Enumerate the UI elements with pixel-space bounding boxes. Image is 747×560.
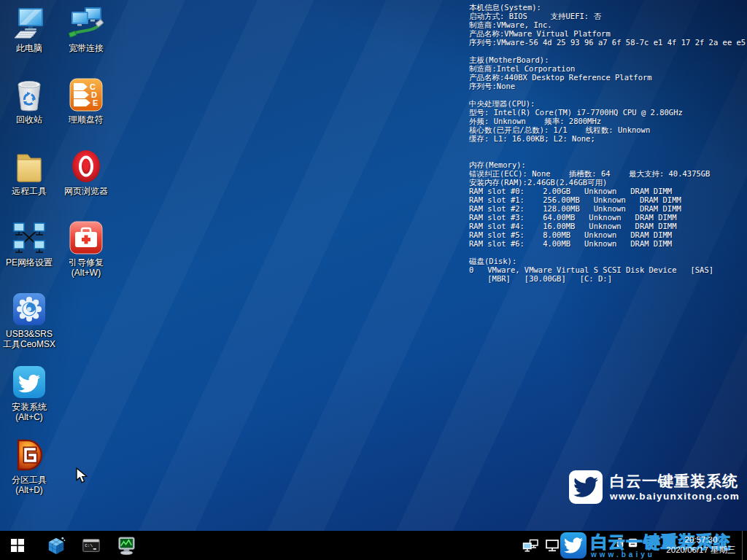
- usb-tray-icon[interactable]: [615, 537, 625, 548]
- watermark-url: www.baiyunxitong.com: [610, 491, 740, 502]
- network-tray-icon[interactable]: [522, 539, 539, 553]
- boot-repair-icon: [69, 220, 104, 255]
- show-desktop-button[interactable]: [742, 531, 747, 560]
- desktop-icon-install-system[interactable]: 安装系统 (Alt+C): [1, 365, 57, 423]
- ime-tray-icon[interactable]: [628, 538, 638, 548]
- taskbar: C:\: [0, 531, 747, 560]
- icon-label: PE网络设置: [1, 257, 57, 268]
- desktop-icon-partition-tool[interactable]: 分区工具 (Alt+D): [1, 438, 57, 496]
- clock-time: 20:57:30: [662, 534, 740, 545]
- start-icon: [11, 539, 24, 552]
- this-pc-icon: [12, 6, 47, 41]
- taskbar-app-cmd[interactable]: C:\: [74, 531, 109, 560]
- svg-text:C:\: C:\: [85, 543, 93, 548]
- start-button[interactable]: [0, 531, 35, 560]
- usb3-srs-tool-icon: [12, 292, 47, 327]
- desktop-icon-remote-tools[interactable]: 远程工具: [1, 149, 57, 197]
- diskgenius-icon: [12, 438, 47, 472]
- pe-network-icon: [12, 220, 47, 255]
- icon-label: 此电脑: [1, 42, 57, 54]
- icon-label-2: (Alt+W): [58, 267, 114, 279]
- desktop-icon-this-pc[interactable]: 此电脑: [1, 6, 57, 54]
- icon-label-2: (Alt+C): [1, 411, 57, 423]
- watermark-title: 白云一键重装系统: [610, 472, 740, 490]
- clock-date: 2020/06/17 星期三: [662, 545, 740, 555]
- desktop-icon-recycle-bin[interactable]: 回收站: [1, 77, 57, 125]
- desktop-icon-boot-repair[interactable]: 引导修复 (Alt+W): [58, 220, 114, 279]
- recycle-bin-icon: [12, 77, 47, 112]
- mouse-cursor: [75, 467, 91, 485]
- install-system-bird-icon: [12, 365, 47, 400]
- svg-text:E: E: [93, 98, 98, 107]
- icon-label: 宽带连接: [58, 42, 114, 54]
- brand-bird-logo-icon: [569, 470, 603, 504]
- icon-label-2: 工具CeoMSX: [1, 338, 57, 350]
- hardware-monitor-icon: [117, 536, 136, 556]
- broadband-icon: [69, 6, 104, 41]
- taskbar-clock[interactable]: 20:57:30 2020/06/17 星期三: [662, 534, 740, 555]
- desktop-icon-sort-drives[interactable]: C D E 理顺盘符: [58, 77, 114, 125]
- opera-browser-icon: [69, 149, 104, 184]
- icon-label: 理顺盘符: [58, 114, 114, 125]
- taskbar-app-hw-monitor[interactable]: [109, 531, 144, 560]
- taskbar-watermark-bird-icon: [560, 532, 587, 559]
- display-tray-icon[interactable]: [545, 539, 560, 553]
- sort-drives-icon: C D E: [69, 77, 104, 112]
- icon-label: 网页浏览器: [58, 185, 114, 197]
- remote-tools-folder-icon: [12, 149, 47, 184]
- icon-label: 回收站: [1, 114, 57, 125]
- system-tray: [522, 531, 560, 560]
- taskbar-app-registry[interactable]: [39, 531, 74, 560]
- desktop-icon-pe-network[interactable]: PE网络设置: [1, 220, 57, 268]
- desktop-icon-web-browser[interactable]: 网页浏览器: [58, 149, 114, 197]
- desktop: 此电脑 宽带连接: [0, 0, 747, 531]
- desktop-icon-usb3-srs[interactable]: USB3&SRS 工具CeoMSX: [1, 292, 57, 350]
- system-info-overlay: 本机信息(System): 启动方式: BIOS 支持UEFI: 否 制造商:V…: [469, 3, 746, 283]
- brand-watermark: 白云一键重装系统 www.baiyunxitong.com: [569, 470, 740, 504]
- cmd-icon: C:\: [82, 536, 101, 555]
- icon-label-2: (Alt+D): [1, 484, 57, 496]
- desktop-icon-broadband[interactable]: 宽带连接: [58, 6, 114, 54]
- icon-label: 远程工具: [1, 185, 57, 197]
- registry-cube-icon: [47, 536, 66, 555]
